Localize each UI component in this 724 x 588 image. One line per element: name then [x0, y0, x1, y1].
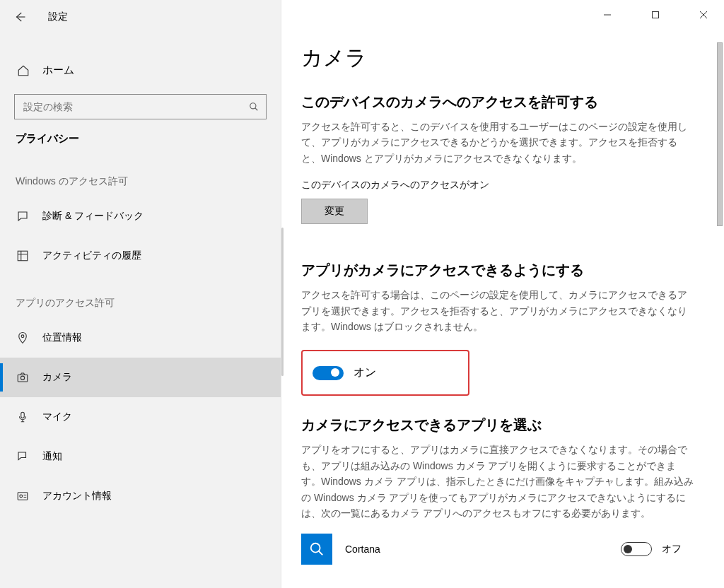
back-icon[interactable]: [13, 10, 27, 24]
nav-item-label: カメラ: [42, 371, 72, 384]
nav-microphone[interactable]: マイク: [0, 397, 281, 437]
scrollbar-thumb[interactable]: [717, 42, 723, 226]
sidebar: 設定 ホーム プライバシー Windows のアクセス許可 診断 & フィードバ…: [0, 0, 281, 588]
highlight-box: オン: [301, 350, 469, 396]
cortana-toggle[interactable]: [621, 542, 652, 556]
app-toggle-group: オフ: [621, 542, 682, 556]
nav-camera[interactable]: カメラ: [0, 358, 281, 397]
search-icon: [249, 102, 259, 112]
nav-account-info[interactable]: アカウント情報: [0, 476, 281, 516]
section2-title: アプリがカメラにアクセスできるようにする: [301, 261, 724, 280]
section2-desc: アクセスを許可する場合は、このページの設定を使用して、カメラにアクセスできるアプ…: [301, 287, 696, 334]
nav-location[interactable]: 位置情報: [0, 318, 281, 358]
window-caption-buttons: [592, 4, 718, 25]
svg-point-9: [311, 543, 320, 553]
search-box[interactable]: [14, 94, 267, 119]
cortana-tile-icon: [301, 534, 332, 565]
nav-home-label: ホーム: [42, 64, 74, 77]
nav-activity-history[interactable]: アクティビティの履歴: [0, 236, 281, 276]
titlebar: 設定: [0, 0, 281, 34]
nav-notifications[interactable]: 通知: [0, 437, 281, 476]
search-input[interactable]: [22, 100, 249, 113]
nav-item-label: 診断 & フィードバック: [42, 210, 144, 223]
svg-point-4: [21, 376, 24, 380]
nav-item-label: 通知: [42, 450, 62, 463]
toggle-on-label: オン: [354, 365, 376, 380]
history-icon: [16, 249, 30, 262]
section1-desc: アクセスを許可すると、このデバイスを使用するユーザーはこのページの設定を使用して…: [301, 119, 696, 166]
close-button[interactable]: [689, 4, 718, 25]
svg-rect-1: [18, 251, 28, 261]
home-icon: [17, 64, 30, 77]
nav-item-label: アカウント情報: [42, 490, 112, 502]
svg-point-0: [250, 103, 256, 109]
microphone-icon: [16, 411, 30, 423]
maximize-button[interactable]: [641, 4, 670, 25]
sidebar-group-apps: アプリのアクセス許可: [0, 276, 281, 318]
nav-home[interactable]: ホーム: [0, 55, 281, 86]
minimize-button[interactable]: [592, 4, 622, 25]
account-icon: [16, 490, 30, 502]
nav-diagnostics[interactable]: 診断 & フィードバック: [0, 196, 281, 236]
svg-point-2: [21, 335, 24, 338]
nav-item-label: 位置情報: [42, 331, 82, 344]
section3-title: カメラにアクセスできるアプリを選ぶ: [301, 416, 724, 435]
app-row-cortana: Cortana オフ: [301, 534, 724, 565]
svg-rect-5: [21, 412, 25, 418]
section1-title: このデバイスのカメラへのアクセスを許可する: [301, 93, 724, 112]
location-icon: [16, 331, 30, 344]
main-scrollbar[interactable]: [717, 42, 723, 580]
nav-item-label: マイク: [42, 411, 72, 423]
apps-camera-toggle[interactable]: [313, 366, 344, 380]
section3-desc: アプリをオフにすると、アプリはカメラに直接アクセスできなくなります。その場合でも…: [301, 442, 696, 521]
svg-rect-8: [653, 12, 659, 18]
svg-point-7: [20, 495, 23, 498]
nav-item-label: アクティビティの履歴: [42, 249, 141, 262]
sidebar-category: プライバシー: [0, 119, 281, 154]
change-button[interactable]: 変更: [301, 199, 368, 224]
window-title: 設定: [48, 11, 68, 23]
toggle-off-label: オフ: [662, 543, 682, 555]
notification-icon: [16, 450, 30, 463]
section1-status: このデバイスのカメラへのアクセスがオン: [301, 179, 724, 192]
feedback-icon: [16, 210, 30, 223]
app-name: Cortana: [345, 543, 380, 555]
main-content: カメラ このデバイスのカメラへのアクセスを許可する アクセスを許可すると、このデ…: [281, 0, 724, 588]
sidebar-group-windows: Windows のアクセス許可: [0, 154, 281, 196]
page-title: カメラ: [301, 44, 724, 73]
camera-icon: [16, 371, 30, 384]
